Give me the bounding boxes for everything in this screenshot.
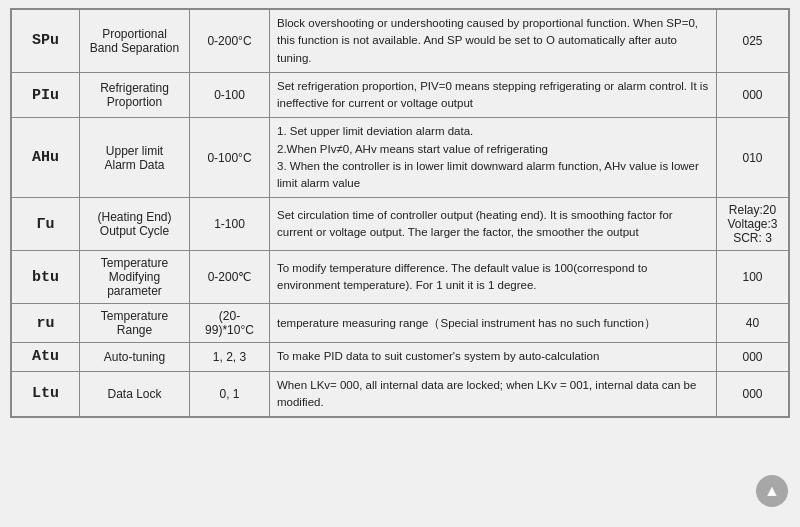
name-cell: Upper limit Alarm Data bbox=[80, 118, 190, 198]
symbol-cell: Ltu bbox=[12, 371, 80, 417]
default-cell: 000 bbox=[717, 72, 789, 118]
name-cell: Refrigerating Proportion bbox=[80, 72, 190, 118]
range-cell: 0-100 bbox=[190, 72, 270, 118]
name-cell: Proportional Band Separation bbox=[80, 10, 190, 73]
default-cell: 000 bbox=[717, 343, 789, 371]
default-cell: 010 bbox=[717, 118, 789, 198]
description-cell: 1. Set upper limit deviation alarm data.… bbox=[270, 118, 717, 198]
symbol-cell: btu bbox=[12, 251, 80, 304]
range-cell: 1-100 bbox=[190, 198, 270, 251]
default-cell: 025 bbox=[717, 10, 789, 73]
default-cell: 40 bbox=[717, 304, 789, 343]
default-cell: Relay:20 Voltage:3 SCR: 3 bbox=[717, 198, 789, 251]
range-cell: (20-99)*10°C bbox=[190, 304, 270, 343]
description-cell: temperature measuring range（Special inst… bbox=[270, 304, 717, 343]
symbol-cell: Atu bbox=[12, 343, 80, 371]
range-cell: 0, 1 bbox=[190, 371, 270, 417]
name-cell: Temperature Modifying parameter bbox=[80, 251, 190, 304]
range-cell: 0-100°C bbox=[190, 118, 270, 198]
description-cell: Set circulation time of controller outpu… bbox=[270, 198, 717, 251]
name-cell: Auto-tuning bbox=[80, 343, 190, 371]
symbol-cell: SPu bbox=[12, 10, 80, 73]
description-cell: To make PID data to suit customer's syst… bbox=[270, 343, 717, 371]
range-cell: 0-200°C bbox=[190, 10, 270, 73]
name-cell: (Heating End) Output Cycle bbox=[80, 198, 190, 251]
name-cell: Data Lock bbox=[80, 371, 190, 417]
description-cell: When LKv= 000, all internal data are loc… bbox=[270, 371, 717, 417]
symbol-cell: Γu bbox=[12, 198, 80, 251]
symbol-cell: PIu bbox=[12, 72, 80, 118]
description-cell: Block overshooting or undershooting caus… bbox=[270, 10, 717, 73]
symbol-cell: ru bbox=[12, 304, 80, 343]
default-cell: 100 bbox=[717, 251, 789, 304]
scroll-up-button[interactable]: ▲ bbox=[756, 475, 788, 507]
description-cell: Set refrigeration proportion, PIV=0 mean… bbox=[270, 72, 717, 118]
range-cell: 0-200℃ bbox=[190, 251, 270, 304]
name-cell: Temperature Range bbox=[80, 304, 190, 343]
symbol-cell: AHu bbox=[12, 118, 80, 198]
description-cell: To modify temperature difference. The de… bbox=[270, 251, 717, 304]
parameter-table: SPuProportional Band Separation0-200°CBl… bbox=[10, 8, 790, 418]
range-cell: 1, 2, 3 bbox=[190, 343, 270, 371]
default-cell: 000 bbox=[717, 371, 789, 417]
